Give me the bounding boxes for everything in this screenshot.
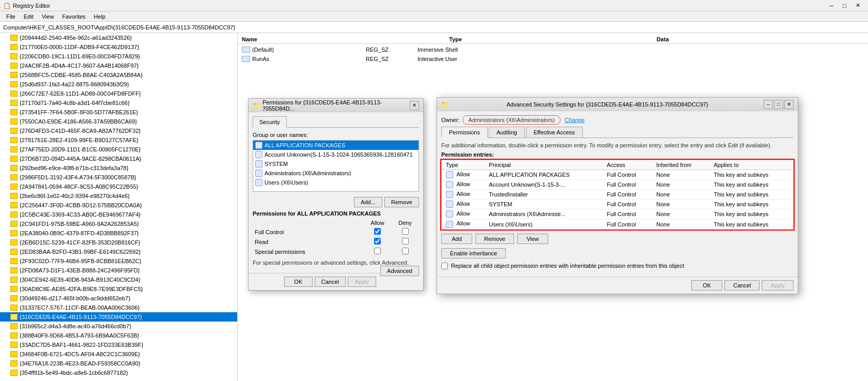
menu-view[interactable]: View bbox=[38, 12, 58, 21]
registry-row[interactable]: (Default) REG_SZ Immersive Shell bbox=[238, 45, 868, 54]
tree-item[interactable]: {2C256447-3F0D-4CBB-9D12-575BB20CDA0A} bbox=[0, 201, 237, 210]
menu-file[interactable]: File bbox=[2, 12, 20, 21]
tree-item[interactable]: {2EB6D15C-5239-41CF-82FB-353D20B816CF} bbox=[0, 238, 237, 247]
adv-perm-row[interactable]: Allow ALL APPLICATION PACKAGES Full Cont… bbox=[442, 170, 794, 180]
tree-item[interactable]: {31b965c2-d4a3-4d8e-ac40-a76d466cd0b7} bbox=[0, 322, 237, 331]
tree-item[interactable]: {34684F0B-6721-4DC5-AF04-A8C2C1C3609E} bbox=[0, 349, 237, 359]
adv-perm-row[interactable]: Allow TrustedInstaller Full Control None… bbox=[442, 190, 794, 200]
tree-item[interactable]: {388B40F9-9D68-4B53-A793-6B9AA0C5F63B} bbox=[0, 331, 237, 340]
folder-icon bbox=[10, 193, 18, 199]
tree-item[interactable]: {2568BFC5-CDBE-4585-B8AE-C403A2A5B84A} bbox=[0, 70, 237, 80]
tree-item[interactable]: {30AD8C8E-AE85-42FA-B9E8-7E99E3DFBFC5} bbox=[0, 284, 237, 294]
tree-item[interactable]: {354ff91b-5e49-4bdc-a8e6-1cb6c6877182} bbox=[0, 368, 237, 377]
adv-tab-auditing[interactable]: Auditing bbox=[489, 127, 525, 138]
deny-checkbox[interactable] bbox=[402, 248, 409, 254]
tree-item[interactable]: {217700E0-0000-11DF-ADB9-F4CE462D9137} bbox=[0, 42, 237, 52]
tree-item[interactable]: {27170d71-7a40-4c8b-a3d1-64f7cbe81c66} bbox=[0, 98, 237, 108]
tree-item[interactable]: {304CE942-6E39-40D8-943A-B913C40C9CD4} bbox=[0, 275, 237, 284]
remove-btn[interactable]: Remove bbox=[384, 197, 419, 207]
tree-item-label: {273541FF-7F64-5B0F-8F00-5D77AFBE261E} bbox=[20, 109, 138, 115]
deny-checkbox[interactable] bbox=[402, 228, 409, 235]
user-list-item[interactable]: SYSTEM bbox=[253, 159, 419, 169]
maximize-btn[interactable]: □ bbox=[838, 1, 851, 10]
deny-cell[interactable] bbox=[391, 227, 419, 237]
tree-item-label: {2C5BC43E-3369-4C33-AB0C-BE9469677AF4} bbox=[20, 211, 141, 218]
allow-cell[interactable] bbox=[364, 227, 392, 237]
adv-cancel-btn[interactable]: Cancel bbox=[724, 280, 760, 291]
replace-checkbox[interactable] bbox=[441, 263, 448, 269]
user-list-item[interactable]: ALL APPLICATION PACKAGES bbox=[253, 141, 419, 150]
tree-item[interactable]: {30d49246-d217-465f-b00b-ac9ddd652eb7} bbox=[0, 294, 237, 303]
tree-item[interactable]: {2986F5D1-3192-43F4-A734-5F3000C8587B} bbox=[0, 173, 237, 182]
menu-favorites[interactable]: Favorites bbox=[58, 12, 89, 21]
tree-item[interactable]: {2be6c86f-1e02-40c2-9394-e98270c4d4e6} bbox=[0, 191, 237, 201]
tree-item[interactable]: {31337EC7-5767-11CF-BEAB-00AA006C3606} bbox=[0, 303, 237, 312]
tab-security[interactable]: Security bbox=[253, 116, 287, 128]
adv-view-btn[interactable]: View bbox=[517, 234, 548, 244]
tree-item[interactable]: {27AF75ED-20D9-11D1-B1CE-00805FC1270E} bbox=[0, 145, 237, 154]
tree-item[interactable]: {2781761E-28E2-4109-99FE-B9D127C57AFE} bbox=[0, 135, 237, 145]
entry-icon bbox=[446, 171, 453, 178]
registry-row[interactable]: RunAs REG_SZ Interactive User bbox=[238, 54, 868, 64]
apply-btn[interactable]: Apply bbox=[348, 277, 376, 287]
adv-ok-btn[interactable]: OK bbox=[691, 280, 722, 291]
tree-item[interactable]: {2C941FD1-975B-59BE-A960-9A2A262853A5} bbox=[0, 219, 237, 228]
tree-item[interactable]: {2EA38040-0B9C-4379-87FD-4D38BB892F37} bbox=[0, 228, 237, 238]
adv-perm-row[interactable]: Allow SYSTEM Full Control None This key … bbox=[442, 200, 794, 209]
tree-item[interactable]: {33ADC7D5-BAF1-4661-9822-1FD233E63B39F} bbox=[0, 340, 237, 349]
tree-item[interactable]: {273541FF-7F64-5B0F-8F00-5D77AFBE261E} bbox=[0, 108, 237, 117]
menu-bar: File Edit View Favorites Help bbox=[0, 11, 868, 22]
adv-perm-row[interactable]: Allow Administrators (X6\Administr... Fu… bbox=[442, 209, 794, 219]
tree-item[interactable]: {2FD08A73-D1F1-43EB-B888-24C2496F95FD} bbox=[0, 266, 237, 275]
adv-tab-effective-access[interactable]: Effective Access bbox=[526, 127, 583, 138]
adv-perm-row[interactable]: Allow Users (X6\Users) Full Control None… bbox=[442, 219, 794, 229]
user-list-item[interactable]: Users (X6\Users) bbox=[253, 178, 419, 187]
tree-item[interactable]: {276D4FD3-C41D-465F-8CA9-A82A7762DF32} bbox=[0, 126, 237, 135]
tree-item[interactable]: {7550CA0-E9DE-4186-A566-37A59BB6CA69} bbox=[0, 117, 237, 126]
allow-checkbox[interactable] bbox=[374, 228, 381, 235]
menu-edit[interactable]: Edit bbox=[20, 12, 38, 21]
user-list-item[interactable]: Account Unknown(S-1-15-3-1024-1065365936… bbox=[253, 150, 419, 159]
allow-cell[interactable] bbox=[364, 247, 392, 256]
tree-item[interactable]: {34E76A18-223B-4E23-BEAD-F59358CC0A90} bbox=[0, 359, 237, 368]
tree-item[interactable]: {27D6B72D-094D-445A-9ACE-8298CBA0611A} bbox=[0, 154, 237, 163]
adv-perm-row[interactable]: Allow Account Unknown(S-1-15-3-... Full … bbox=[442, 180, 794, 190]
allow-cell[interactable] bbox=[364, 237, 392, 247]
deny-cell[interactable] bbox=[391, 237, 419, 247]
tree-item[interactable]: {209444d2-2540-495e-962c-a61ad3243526} bbox=[0, 33, 237, 42]
user-list-box[interactable]: ALL APPLICATION PACKAGESAccount Unknown(… bbox=[253, 140, 419, 192]
advanced-maximize-btn[interactable]: □ bbox=[774, 100, 783, 109]
minimize-btn[interactable]: ─ bbox=[825, 1, 839, 10]
close-btn[interactable]: ✕ bbox=[851, 1, 865, 10]
tree-item[interactable]: {2C5BC43E-3369-4C33-AB0C-BE9469677AF4} bbox=[0, 210, 237, 219]
allow-checkbox[interactable] bbox=[374, 238, 381, 245]
adv-add-btn[interactable]: Add bbox=[441, 234, 472, 244]
enable-inheritance-btn[interactable]: Enable inheritance bbox=[441, 248, 506, 258]
adv-remove-btn[interactable]: Remove bbox=[475, 234, 514, 244]
tree-item[interactable]: {2F93C02D-77F9-46B4-95FB-8CBB81EEB62C} bbox=[0, 256, 237, 266]
advanced-btn[interactable]: Advanced bbox=[380, 266, 419, 276]
deny-checkbox[interactable] bbox=[402, 238, 409, 245]
registry-name: RunAs bbox=[252, 56, 366, 62]
ok-btn[interactable]: OK bbox=[284, 277, 313, 287]
tree-item[interactable]: {292bed96-e9ce-40f8-b71b-c313defa3a78} bbox=[0, 163, 237, 173]
deny-cell[interactable] bbox=[391, 247, 419, 256]
user-list-item[interactable]: Administrators (X6\Administrators) bbox=[253, 169, 419, 178]
add-btn[interactable]: Add... bbox=[354, 197, 382, 207]
permissions-close-btn[interactable]: ✕ bbox=[410, 101, 419, 110]
tree-item[interactable]: {2ED83BAA-B2FD-43B1-99BF-E6149C622692} bbox=[0, 247, 237, 256]
tree-item[interactable]: {25d6d937-1fa3-4a22-8875-8680943b3f29} bbox=[0, 80, 237, 89]
adv-apply-btn[interactable]: Apply bbox=[762, 280, 794, 291]
tree-item[interactable]: {2A947841-0594-48CF-9C53-A08C95C22B55} bbox=[0, 182, 237, 191]
tree-item[interactable]: {2206CDB0-19C1-11D1-89E0-00C04FD7A829} bbox=[0, 52, 237, 61]
change-link[interactable]: Change bbox=[565, 117, 585, 123]
menu-help[interactable]: Help bbox=[90, 12, 110, 21]
tree-item[interactable]: {266C72E7-62E8-11D1-AD89-00C04FD8FDFF} bbox=[0, 89, 237, 98]
allow-checkbox[interactable] bbox=[374, 248, 381, 254]
advanced-minimize-btn[interactable]: ─ bbox=[764, 100, 773, 109]
adv-tab-permissions[interactable]: Permissions bbox=[441, 127, 488, 138]
tree-item[interactable]: {24AC8F2B-4D4A-4C17-9607-6A4B14068F97} bbox=[0, 61, 237, 70]
advanced-close-btn[interactable]: ✕ bbox=[784, 100, 794, 109]
cancel-btn[interactable]: Cancel bbox=[315, 277, 346, 287]
tree-item[interactable]: {316CDED5-E4AE-4B15-9113-7055D84DCC97} bbox=[0, 312, 237, 322]
